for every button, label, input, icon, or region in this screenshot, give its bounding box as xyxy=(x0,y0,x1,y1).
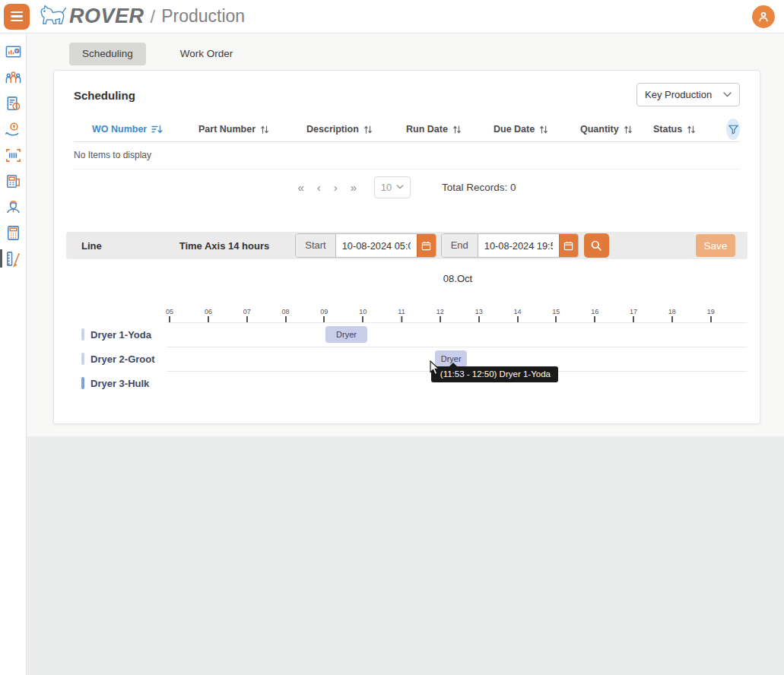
gantt-row-track: Dryer xyxy=(167,322,747,347)
column-header-quantity[interactable]: Quantity xyxy=(580,124,653,135)
operator-hardhat-icon xyxy=(5,198,22,216)
barcode-icon xyxy=(5,147,22,164)
column-header-due-date[interactable]: Due Date xyxy=(494,124,580,135)
table-empty-message: No Items to display xyxy=(74,142,740,170)
sidebar-item-barcode-scan[interactable] xyxy=(0,146,26,164)
hour-tick-08: 08 xyxy=(282,308,290,322)
tab-scheduling[interactable]: Scheduling xyxy=(69,43,146,65)
gantt-time-axis-label: Time Axis 14 hours xyxy=(179,240,270,252)
column-header-description[interactable]: Description xyxy=(306,124,406,135)
page-size-select[interactable]: 10 xyxy=(374,176,411,198)
gantt-date-header: 08.Oct xyxy=(167,273,749,284)
hour-tick-06: 06 xyxy=(205,308,212,322)
hamburger-menu-button[interactable] xyxy=(4,4,30,30)
sort-icon xyxy=(452,125,462,135)
table-header-row: WO NumberPart NumberDescriptionRun DateD… xyxy=(74,117,740,141)
end-datetime-input[interactable] xyxy=(478,234,559,257)
end-datetime-group: End xyxy=(441,233,579,258)
gantt-task-bar[interactable]: Dryer xyxy=(325,326,367,343)
hour-tick-16: 16 xyxy=(591,308,598,322)
filter-button[interactable] xyxy=(726,119,740,140)
hour-tick-12: 12 xyxy=(436,308,444,322)
pagination-next-button[interactable]: › xyxy=(334,181,338,194)
pagination-last-button[interactable]: » xyxy=(351,181,357,194)
sidebar-item-terminal[interactable] xyxy=(0,172,26,190)
hour-tick-13: 13 xyxy=(475,308,483,322)
column-header-wo-number[interactable]: WO Number xyxy=(74,124,198,135)
gantt-row: Dryer 3-Hulk xyxy=(66,371,747,395)
column-header-part-number[interactable]: Part Number xyxy=(198,124,306,135)
tab-bar: Scheduling Work Order xyxy=(69,43,784,65)
hour-tick-09: 09 xyxy=(320,308,328,322)
sort-desc-icon xyxy=(151,125,163,134)
mouse-cursor xyxy=(430,360,440,376)
end-calendar-button[interactable] xyxy=(559,234,578,257)
save-button[interactable]: Save xyxy=(696,234,735,257)
hour-tick-15: 15 xyxy=(552,308,560,322)
pagination-first-button[interactable]: « xyxy=(297,181,303,194)
production-select[interactable]: Key Production xyxy=(636,83,740,106)
start-label: Start xyxy=(296,234,335,257)
total-records-label: Total Records: 0 xyxy=(442,182,516,193)
sidebar-item-operator[interactable] xyxy=(0,198,26,216)
column-header-run-date[interactable]: Run Date xyxy=(406,124,494,135)
gantt-search-button[interactable] xyxy=(584,233,609,258)
sort-icon xyxy=(260,125,269,135)
gantt-toolbar: Line Time Axis 14 hours Start End xyxy=(66,232,747,259)
sidebar-item-calculator[interactable] xyxy=(0,223,26,242)
page-title: Production xyxy=(161,6,245,27)
scheduling-card: Scheduling Key Production WO NumberPart … xyxy=(53,70,760,424)
dog-logo-icon xyxy=(37,3,66,30)
app-logo-text: ROVER xyxy=(69,5,144,28)
column-header-status[interactable]: Status xyxy=(653,124,726,135)
sort-icon xyxy=(539,125,548,135)
sidebar-item-work-orders[interactable] xyxy=(0,94,26,112)
hour-tick-19: 19 xyxy=(707,308,715,322)
hour-tick-10: 10 xyxy=(359,308,367,322)
pagination: « ‹ › » 10 Total Records: 0 xyxy=(74,176,740,198)
start-datetime-group: Start xyxy=(295,233,436,258)
breadcrumb-separator: / xyxy=(151,6,156,27)
hour-tick-07: 07 xyxy=(243,308,251,322)
user-avatar-button[interactable] xyxy=(752,5,775,28)
gantt-hour-axis: 050607080910111213141516171819 xyxy=(167,299,749,322)
row-marker xyxy=(81,353,84,365)
sidebar-item-payments[interactable] xyxy=(0,120,26,138)
gantt-line-label: Line xyxy=(81,240,102,252)
card-title: Scheduling xyxy=(74,83,135,102)
people-icon xyxy=(5,69,22,87)
filter-funnel-icon xyxy=(728,124,739,135)
pagination-prev-button[interactable]: ‹ xyxy=(317,181,321,194)
sidebar-nav xyxy=(0,33,27,675)
hour-tick-11: 11 xyxy=(398,308,405,322)
ruler-pencil-icon xyxy=(5,250,22,268)
sidebar-item-dashboard[interactable] xyxy=(0,43,26,61)
hand-coin-icon xyxy=(5,121,22,138)
dashboard-icon xyxy=(5,43,22,61)
calendar-icon xyxy=(421,241,431,251)
sidebar-item-people[interactable] xyxy=(0,68,26,87)
start-calendar-button[interactable] xyxy=(417,234,436,257)
app-header: ROVER / Production xyxy=(0,0,784,33)
hour-tick-17: 17 xyxy=(630,308,637,322)
tab-work-order[interactable]: Work Order xyxy=(167,43,246,65)
sort-icon xyxy=(687,125,696,135)
sidebar-item-scheduling[interactable] xyxy=(0,249,26,268)
hour-tick-14: 14 xyxy=(514,308,522,322)
calculator-icon xyxy=(5,224,22,242)
row-marker xyxy=(81,377,84,389)
gantt-row: Dryer 1-YodaDryer xyxy=(66,322,747,347)
hour-tick-18: 18 xyxy=(668,308,676,322)
search-icon xyxy=(590,239,602,252)
main-content: Scheduling Work Order Scheduling Key Pro… xyxy=(27,33,784,675)
start-datetime-input[interactable] xyxy=(336,234,417,257)
page-size-value: 10 xyxy=(381,182,392,193)
end-label: End xyxy=(442,234,478,257)
gantt-row-track: Dryer(11:53 - 12:50) Dryer 1-Yoda xyxy=(167,347,747,371)
chevron-down-icon xyxy=(396,185,404,189)
gantt-row-label: Dryer 3-Hulk xyxy=(66,371,167,395)
gantt-row: Dryer 2-GrootDryer(11:53 - 12:50) Dryer … xyxy=(66,347,747,371)
work-order-clock-icon xyxy=(5,95,22,112)
gantt-tooltip: (11:53 - 12:50) Dryer 1-Yoda xyxy=(431,366,558,382)
app-window: ROVER / Production xyxy=(0,0,784,675)
